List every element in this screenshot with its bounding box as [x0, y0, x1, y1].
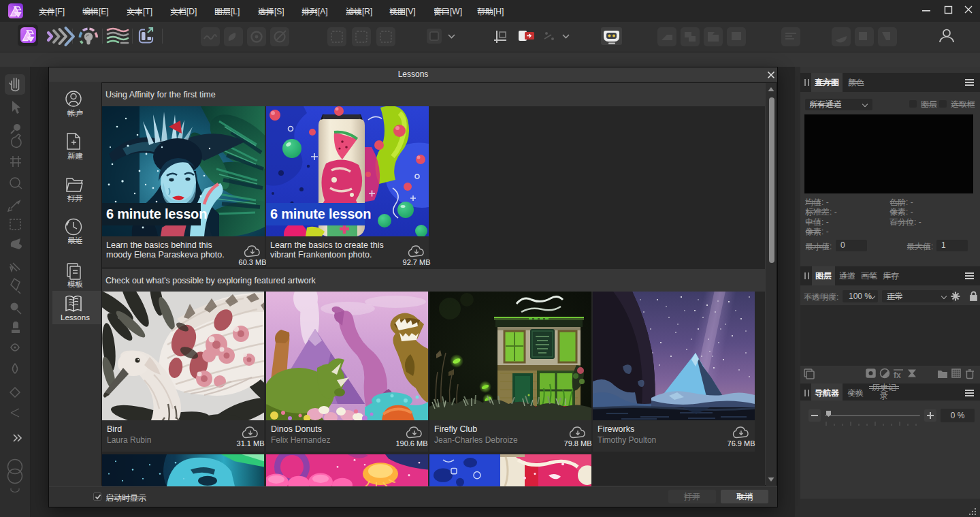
svg-text:fx: fx	[894, 371, 901, 380]
